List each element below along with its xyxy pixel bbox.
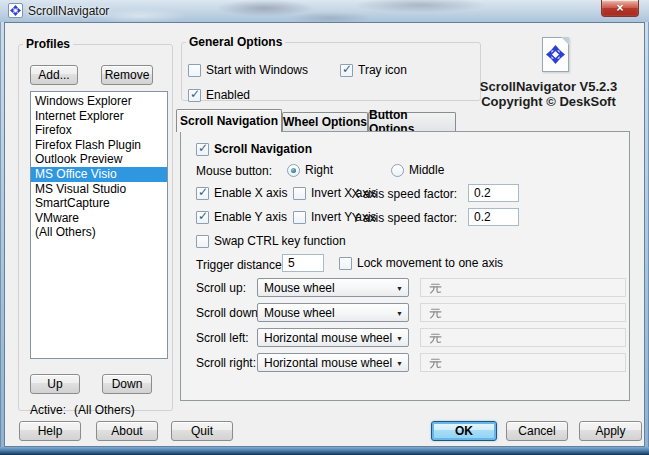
list-item[interactable]: (All Others) [31,225,167,240]
swap-ctrl-key-checkbox[interactable]: ✓ Swap CTRL key function [196,232,346,250]
tab-button-options[interactable]: Button Options [368,112,456,131]
scrollnavigator-window: ScrollNavigator × Profiles Add... Remove… [0,0,649,455]
mouse-button-right-radio[interactable]: Right [287,161,333,179]
tray-icon-checkbox[interactable]: ✓ Tray icon [340,61,407,79]
scroll-right-hotkey-field[interactable]: 无 [420,353,626,372]
checkbox-box: ✓ [188,64,201,77]
cancel-button[interactable]: Cancel [506,421,568,441]
app-logo [542,37,569,72]
check-icon: ✓ [198,210,208,222]
remove-profile-button[interactable]: Remove [101,65,153,85]
scroll-right-select[interactable]: Horizontal mouse wheel ▼ [257,353,409,372]
scroll-left-hotkey-field[interactable]: 无 [420,328,626,347]
scroll-down-select[interactable]: Mouse wheel ▼ [257,303,409,322]
scroll-left-label: Scroll left: [196,331,249,345]
profiles-title: Profiles [23,37,73,51]
selected-option: Horizontal mouse wheel [264,356,392,370]
x-speed-factor-label: X axis speed factor: [331,187,457,201]
lock-movement-checkbox[interactable]: ✓ Lock movement to one axis [339,254,503,272]
tab-wheel-options[interactable]: Wheel Options [282,112,368,131]
chevron-down-icon: ▼ [396,334,403,341]
mouse-button-label: Mouse button: [196,164,272,178]
tab-scroll-navigation[interactable]: Scroll Navigation [176,109,282,132]
radio-label: Middle [409,163,444,177]
copyright: Copyright © DeskSoft [455,94,642,109]
enable-x-axis-checkbox[interactable]: ✓ Enable X axis [196,184,287,202]
add-button-label: Add... [38,68,69,82]
scroll-navigation-master-checkbox[interactable]: ✓ Scroll Navigation [196,140,312,158]
ok-button-label: OK [455,424,473,438]
list-item[interactable]: Outlook Preview [31,152,167,167]
list-item[interactable]: Firefox Flash Plugin [31,138,167,153]
page-fold [561,37,569,45]
profiles-listbox[interactable]: Windows Explorer Internet Explorer Firef… [30,91,168,359]
check-icon: ✓ [198,186,208,198]
checkbox-label: Swap CTRL key function [214,234,346,248]
hotkey-none-glyph [429,331,442,344]
radio-label: Right [305,163,333,177]
list-item[interactable]: SmartCapture [31,196,167,211]
list-item[interactable]: Firefox [31,123,167,138]
mouse-button-middle-radio[interactable]: Middle [391,161,444,179]
checkbox-box: ✓ [196,211,209,224]
list-item[interactable]: MS Visual Studio [31,182,167,197]
add-profile-button[interactable]: Add... [30,65,78,85]
y-speed-factor-label: Y axis speed factor: [331,211,457,225]
y-speed-factor-input[interactable] [468,208,519,226]
enable-y-axis-checkbox[interactable]: ✓ Enable Y axis [196,208,287,226]
ok-button[interactable]: OK [431,421,497,441]
hotkey-none-glyph [429,306,442,319]
enabled-checkbox[interactable]: ✓ Enabled [188,86,250,104]
checkbox-label: Enable Y axis [214,210,287,224]
quit-button[interactable]: Quit [171,421,233,441]
apply-button[interactable]: Apply [579,421,642,441]
app-icon [8,3,23,18]
list-item-selected[interactable]: MS Office Visio [31,167,167,182]
trigger-distance-label: Trigger distance: [196,258,285,272]
list-item[interactable]: Internet Explorer [31,109,167,124]
checkbox-box: ✓ [293,211,306,224]
down-button-label: Down [112,377,143,391]
four-way-arrow-icon [10,5,21,16]
titlebar[interactable]: ScrollNavigator × [0,0,649,22]
x-speed-factor-input[interactable] [468,184,519,202]
list-item[interactable]: VMware [31,211,167,226]
checkbox-label: Scroll Navigation [214,142,312,156]
four-way-arrow-icon [546,45,565,64]
checkbox-label: Start with Windows [206,63,308,77]
checkbox-box: ✓ [188,89,201,102]
start-with-windows-checkbox[interactable]: ✓ Start with Windows [188,61,308,79]
selected-option: Mouse wheel [264,306,335,320]
scroll-navigation-panel: ✓ Scroll Navigation Mouse button: Right … [180,131,630,401]
close-button[interactable]: × [601,0,639,17]
trigger-distance-input[interactable] [282,254,324,272]
help-button-label: Help [38,424,63,438]
profiles-groupbox: Profiles Add... Remove Windows Explorer … [18,37,173,411]
scroll-up-hotkey-field[interactable]: 无 [420,278,626,297]
dialog-client-area: Profiles Add... Remove Windows Explorer … [4,22,645,447]
product-version: ScrollNavigator V5.2.3 [455,79,642,94]
scroll-up-label: Scroll up: [196,281,246,295]
scroll-up-select[interactable]: Mouse wheel ▼ [257,278,409,297]
check-icon: ✓ [190,88,200,100]
window-bottom-frame [0,447,649,455]
about-button[interactable]: About [96,421,158,441]
up-button-label: Up [47,377,62,391]
help-button[interactable]: Help [19,421,81,441]
move-down-button[interactable]: Down [102,374,152,394]
scroll-left-select[interactable]: Horizontal mouse wheel ▼ [257,328,409,347]
checkbox-box: ✓ [339,257,352,270]
scroll-down-label: Scroll down: [196,306,261,320]
chevron-down-icon: ▼ [396,309,403,316]
checkbox-label: Tray icon [358,63,407,77]
close-icon: × [616,2,623,14]
list-item[interactable]: Windows Explorer [31,94,167,109]
scroll-down-hotkey-field[interactable]: 无 [420,303,626,322]
move-up-button[interactable]: Up [30,374,80,394]
checkbox-label: Enabled [206,88,250,102]
about-button-label: About [111,424,142,438]
radio-circle [391,164,404,177]
active-profile-label: Active: [30,403,66,417]
selected-option: Horizontal mouse wheel [264,331,392,345]
scroll-right-label: Scroll right: [196,356,256,370]
